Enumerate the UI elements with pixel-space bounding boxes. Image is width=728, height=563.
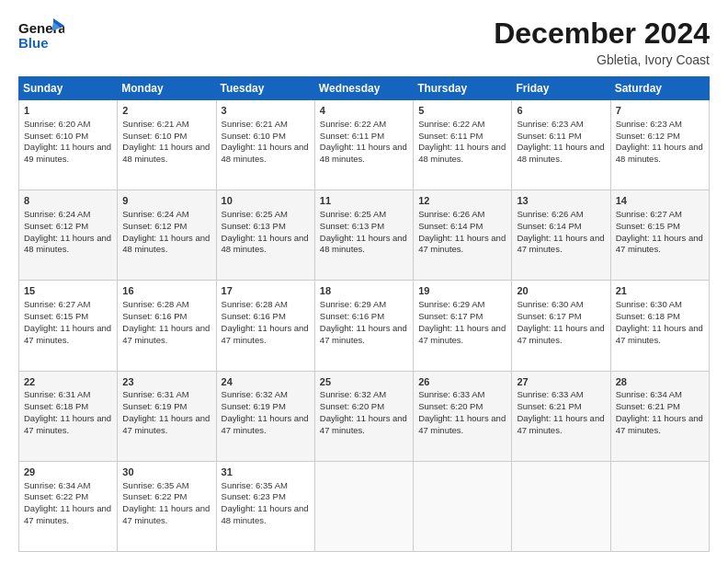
col-wednesday: Wednesday (314, 77, 413, 100)
calendar-week-row: 29Sunrise: 6:34 AMSunset: 6:22 PMDayligh… (19, 461, 710, 551)
sunrise-text: Sunrise: 6:27 AM (616, 209, 682, 219)
table-row: 11Sunrise: 6:25 AMSunset: 6:13 PMDayligh… (314, 190, 413, 281)
daylight-text: Daylight: 11 hours and 47 minutes. (517, 233, 604, 255)
daylight-text: Daylight: 11 hours and 47 minutes. (418, 413, 506, 435)
day-number: 19 (418, 284, 506, 298)
sunset-text: Sunset: 6:14 PM (517, 221, 581, 231)
sunset-text: Sunset: 6:18 PM (24, 401, 88, 411)
day-number: 24 (222, 375, 310, 389)
sunset-text: Sunset: 6:17 PM (517, 311, 581, 321)
sunrise-text: Sunrise: 6:20 AM (24, 119, 90, 129)
sunset-text: Sunset: 6:11 PM (320, 131, 384, 141)
sunrise-text: Sunrise: 6:22 AM (418, 119, 484, 129)
month-title: December 2024 (494, 17, 710, 51)
daylight-text: Daylight: 11 hours and 48 minutes. (320, 142, 407, 164)
sunset-text: Sunset: 6:14 PM (418, 221, 483, 231)
sunrise-text: Sunrise: 6:21 AM (122, 119, 188, 129)
sunrise-text: Sunrise: 6:26 AM (418, 209, 484, 219)
calendar-header-row: Sunday Monday Tuesday Wednesday Thursday… (19, 77, 710, 100)
sunrise-text: Sunrise: 6:35 AM (122, 480, 188, 490)
daylight-text: Daylight: 11 hours and 47 minutes. (616, 323, 703, 345)
day-number: 31 (222, 465, 310, 479)
day-number: 13 (517, 194, 605, 208)
col-saturday: Saturday (610, 77, 709, 100)
calendar-week-row: 15Sunrise: 6:27 AMSunset: 6:15 PMDayligh… (19, 281, 710, 371)
col-friday: Friday (512, 77, 610, 100)
table-row: 13Sunrise: 6:26 AMSunset: 6:14 PMDayligh… (512, 190, 610, 281)
day-number: 30 (122, 465, 210, 479)
sunset-text: Sunset: 6:13 PM (222, 221, 286, 231)
col-monday: Monday (118, 77, 216, 100)
table-row: 14Sunrise: 6:27 AMSunset: 6:15 PMDayligh… (610, 190, 709, 281)
table-row: 26Sunrise: 6:33 AMSunset: 6:20 PMDayligh… (414, 371, 512, 461)
page: General Blue December 2024 Gbletia, Ivor… (0, 0, 728, 563)
day-number: 18 (320, 284, 408, 298)
sunrise-text: Sunrise: 6:30 AM (517, 299, 583, 309)
table-row: 23Sunrise: 6:31 AMSunset: 6:19 PMDayligh… (118, 371, 216, 461)
sunrise-text: Sunrise: 6:22 AM (320, 119, 386, 129)
day-number: 14 (616, 194, 704, 208)
col-sunday: Sunday (19, 77, 118, 100)
day-number: 2 (122, 104, 210, 118)
sunrise-text: Sunrise: 6:32 AM (320, 389, 386, 399)
day-number: 22 (24, 375, 112, 389)
table-row: 24Sunrise: 6:32 AMSunset: 6:19 PMDayligh… (216, 371, 314, 461)
daylight-text: Daylight: 11 hours and 48 minutes. (222, 233, 309, 255)
sunset-text: Sunset: 6:16 PM (320, 311, 384, 321)
table-row: 19Sunrise: 6:29 AMSunset: 6:17 PMDayligh… (414, 281, 512, 371)
sunrise-text: Sunrise: 6:23 AM (616, 119, 682, 129)
day-number: 28 (616, 375, 704, 389)
day-number: 12 (418, 194, 506, 208)
table-row: 30Sunrise: 6:35 AMSunset: 6:22 PMDayligh… (118, 461, 216, 551)
sunrise-text: Sunrise: 6:27 AM (24, 299, 90, 309)
sunset-text: Sunset: 6:21 PM (517, 401, 581, 411)
sunset-text: Sunset: 6:22 PM (24, 491, 88, 501)
sunset-text: Sunset: 6:15 PM (616, 221, 680, 231)
sunset-text: Sunset: 6:23 PM (222, 491, 286, 501)
day-number: 11 (320, 194, 408, 208)
daylight-text: Daylight: 11 hours and 48 minutes. (222, 142, 309, 164)
svg-text:Blue: Blue (18, 35, 49, 51)
header: General Blue December 2024 Gbletia, Ivor… (18, 17, 710, 67)
sunrise-text: Sunrise: 6:25 AM (320, 209, 386, 219)
sunrise-text: Sunrise: 6:29 AM (418, 299, 484, 309)
day-number: 6 (517, 104, 605, 118)
table-row (414, 461, 512, 551)
day-number: 26 (418, 375, 506, 389)
table-row: 22Sunrise: 6:31 AMSunset: 6:18 PMDayligh… (19, 371, 118, 461)
sunrise-text: Sunrise: 6:31 AM (24, 389, 90, 399)
sunset-text: Sunset: 6:17 PM (418, 311, 483, 321)
table-row: 15Sunrise: 6:27 AMSunset: 6:15 PMDayligh… (19, 281, 118, 371)
day-number: 9 (122, 194, 210, 208)
table-row: 10Sunrise: 6:25 AMSunset: 6:13 PMDayligh… (216, 190, 314, 281)
logo: General Blue (18, 17, 68, 55)
table-row: 28Sunrise: 6:34 AMSunset: 6:21 PMDayligh… (610, 371, 709, 461)
title-block: December 2024 Gbletia, Ivory Coast (494, 17, 710, 67)
sunset-text: Sunset: 6:12 PM (616, 131, 680, 141)
sunrise-text: Sunrise: 6:28 AM (122, 299, 188, 309)
day-number: 15 (24, 284, 112, 298)
daylight-text: Daylight: 11 hours and 47 minutes. (320, 413, 407, 435)
sunrise-text: Sunrise: 6:21 AM (222, 119, 288, 129)
daylight-text: Daylight: 11 hours and 47 minutes. (222, 323, 309, 345)
sunset-text: Sunset: 6:12 PM (122, 221, 187, 231)
sunset-text: Sunset: 6:22 PM (122, 491, 187, 501)
table-row: 2Sunrise: 6:21 AMSunset: 6:10 PMDaylight… (118, 100, 216, 190)
daylight-text: Daylight: 11 hours and 48 minutes. (320, 233, 407, 255)
table-row: 31Sunrise: 6:35 AMSunset: 6:23 PMDayligh… (216, 461, 314, 551)
sunrise-text: Sunrise: 6:28 AM (222, 299, 288, 309)
sunrise-text: Sunrise: 6:26 AM (517, 209, 583, 219)
sunset-text: Sunset: 6:19 PM (222, 401, 286, 411)
calendar-week-row: 1Sunrise: 6:20 AMSunset: 6:10 PMDaylight… (19, 100, 710, 190)
sunset-text: Sunset: 6:13 PM (320, 221, 384, 231)
table-row: 16Sunrise: 6:28 AMSunset: 6:16 PMDayligh… (118, 281, 216, 371)
daylight-text: Daylight: 11 hours and 47 minutes. (24, 503, 111, 525)
daylight-text: Daylight: 11 hours and 47 minutes. (616, 413, 703, 435)
daylight-text: Daylight: 11 hours and 47 minutes. (418, 233, 506, 255)
table-row: 9Sunrise: 6:24 AMSunset: 6:12 PMDaylight… (118, 190, 216, 281)
sunset-text: Sunset: 6:18 PM (616, 311, 680, 321)
logo-icon: General Blue (18, 17, 64, 55)
sunset-text: Sunset: 6:11 PM (418, 131, 483, 141)
calendar-week-row: 22Sunrise: 6:31 AMSunset: 6:18 PMDayligh… (19, 371, 710, 461)
sunset-text: Sunset: 6:10 PM (122, 131, 187, 141)
